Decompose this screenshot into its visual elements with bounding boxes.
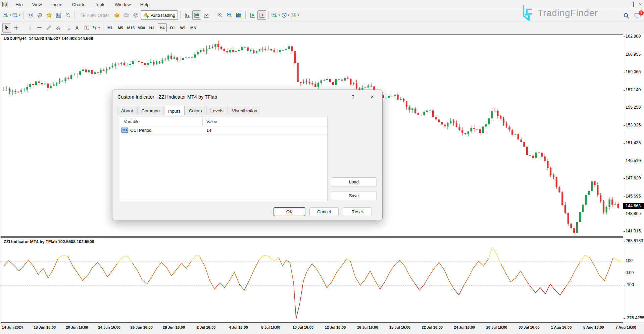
vertical-line-button[interactable] xyxy=(26,23,34,33)
timeframe-h4[interactable]: H4 xyxy=(158,23,167,32)
custom-indicator-dialog: Custom Indicator - ZZI Indicator MT4 by … xyxy=(112,90,383,220)
vline-icon xyxy=(27,25,33,31)
profiles-button[interactable]: ▾ xyxy=(12,10,21,20)
inputs-table-header: Variable Value xyxy=(120,117,328,126)
variable-cell[interactable]: 123CCI Period xyxy=(120,128,203,133)
chevron-down-icon[interactable]: ▾ xyxy=(297,13,299,17)
chevron-down-icon[interactable]: ▾ xyxy=(19,13,21,17)
templates-button[interactable]: ▾ xyxy=(290,10,299,20)
notifications-chat-icon[interactable]: 1 xyxy=(634,13,641,20)
price-tick-label: 141.915 xyxy=(626,229,641,233)
menu-item-window[interactable]: Window xyxy=(110,0,136,9)
ok-button[interactable]: OK xyxy=(274,207,305,216)
chart-shift-button[interactable] xyxy=(257,10,266,20)
tab-about[interactable]: About xyxy=(117,107,137,115)
timeframe-m30[interactable]: M30 xyxy=(137,23,146,32)
equidistant-channel-button[interactable]: E xyxy=(54,23,62,33)
tile-windows-button[interactable] xyxy=(234,10,243,20)
time-axis-label: 26 Jun 16:00 xyxy=(131,325,153,329)
package-icon xyxy=(114,12,120,18)
crosshair-window-button[interactable] xyxy=(35,10,44,20)
indicators-button[interactable]: ▾ xyxy=(271,10,280,20)
indicator-tick-label: -100 xyxy=(626,282,634,287)
restore-button[interactable] xyxy=(633,2,634,7)
toolbar-separator xyxy=(180,11,181,19)
tile-windows-icon xyxy=(236,12,242,18)
strategy-tester-button[interactable] xyxy=(63,10,72,20)
fibonacci-icon: F xyxy=(65,25,70,31)
trendline-button[interactable] xyxy=(44,23,53,33)
chevron-down-icon[interactable]: ▾ xyxy=(9,13,11,17)
tab-common[interactable]: Common xyxy=(137,107,164,115)
zoom-in-button[interactable] xyxy=(215,10,224,20)
timeframe-m1[interactable]: M1 xyxy=(106,23,115,32)
close-button[interactable]: ✕ xyxy=(639,2,642,7)
chevron-down-icon[interactable]: ▾ xyxy=(98,26,100,30)
autotrading-button[interactable]: AutoTrading xyxy=(141,10,178,20)
chevron-down-icon[interactable]: ▾ xyxy=(288,13,290,17)
autotrading-icon xyxy=(143,12,149,18)
variable-column-header: Variable xyxy=(120,117,203,126)
line-chart-mode-button[interactable] xyxy=(202,10,210,20)
reset-button[interactable]: Reset xyxy=(343,207,372,216)
timeframe-h1[interactable]: H1 xyxy=(147,23,156,32)
zoom-out-button[interactable] xyxy=(225,10,234,20)
data-window-button[interactable] xyxy=(54,10,63,20)
expert-advisors-button[interactable] xyxy=(112,10,121,20)
current-price-tag: 144.668 xyxy=(623,203,644,209)
menu-item-tools[interactable]: Tools xyxy=(90,0,110,9)
mql-community-button[interactable] xyxy=(122,10,131,20)
bar-chart-icon xyxy=(185,12,190,18)
bar-chart-mode-button[interactable] xyxy=(183,10,192,20)
price-tick-label: 160.955 xyxy=(626,52,641,57)
indicator-panel[interactable]: ZZI Indicator MT4 by TFlab 102.5508 102.… xyxy=(1,237,623,323)
svg-text:T: T xyxy=(85,26,88,30)
help-icon[interactable]: ? xyxy=(349,93,357,101)
menu-item-view[interactable]: View xyxy=(28,0,47,9)
tab-visualization[interactable]: Visualization xyxy=(228,107,261,115)
periods-button[interactable]: ▾ xyxy=(281,10,290,20)
close-icon[interactable]: ✕ xyxy=(367,93,377,101)
tab-levels[interactable]: Levels xyxy=(206,107,228,115)
text-label-button[interactable]: T xyxy=(82,23,91,33)
signals-button[interactable] xyxy=(131,10,140,20)
candlestick-mode-button[interactable] xyxy=(192,10,201,20)
favorites-button[interactable] xyxy=(45,10,53,20)
toolbar-separator xyxy=(268,11,269,19)
market-watch-button[interactable] xyxy=(26,10,35,20)
input-row[interactable]: 123CCI Period14 xyxy=(120,126,328,134)
search-icon[interactable] xyxy=(623,13,630,20)
menu-item-help[interactable]: Help xyxy=(136,0,154,9)
cursor-button[interactable] xyxy=(2,23,11,33)
timeframe-mn[interactable]: MN xyxy=(189,23,198,32)
horizontal-line-button[interactable] xyxy=(35,23,44,33)
new-order-button[interactable]: New Order xyxy=(77,10,112,20)
menu-item-charts[interactable]: Charts xyxy=(67,0,90,9)
new-chart-button[interactable]: ▾ xyxy=(2,10,11,20)
cancel-button[interactable]: Cancel xyxy=(309,207,339,216)
timeframe-w1[interactable]: W1 xyxy=(179,23,188,32)
timeframe-m5[interactable]: M5 xyxy=(116,23,125,32)
time-axis-label: 4 Jul 16:00 xyxy=(229,325,248,329)
toolbar-separator xyxy=(245,11,246,19)
resize-grip[interactable] xyxy=(378,216,381,218)
menu-item-file[interactable]: File xyxy=(11,0,28,9)
timeframe-m15[interactable]: M15 xyxy=(127,23,136,32)
toolbar-separator xyxy=(103,24,103,32)
timeframe-d1[interactable]: D1 xyxy=(168,23,177,32)
crosshair-button[interactable] xyxy=(12,23,20,33)
arrows-button[interactable]: ▾ xyxy=(91,23,100,33)
tab-inputs[interactable]: Inputs xyxy=(164,106,185,115)
new-order-icon xyxy=(80,12,86,18)
chevron-down-icon[interactable]: ▾ xyxy=(278,13,280,17)
value-cell[interactable]: 14 xyxy=(203,128,211,133)
menu-item-insert[interactable]: Insert xyxy=(47,0,67,9)
text-button[interactable]: A xyxy=(72,23,81,33)
text-label-icon: T xyxy=(84,25,89,31)
save-button[interactable]: Save xyxy=(331,191,377,200)
cross-icon xyxy=(13,25,19,31)
tab-colors[interactable]: Colors xyxy=(185,107,206,115)
auto-scroll-button[interactable] xyxy=(248,10,257,20)
load-button[interactable]: Load xyxy=(331,177,377,186)
fibonacci-button[interactable]: F xyxy=(63,23,72,33)
